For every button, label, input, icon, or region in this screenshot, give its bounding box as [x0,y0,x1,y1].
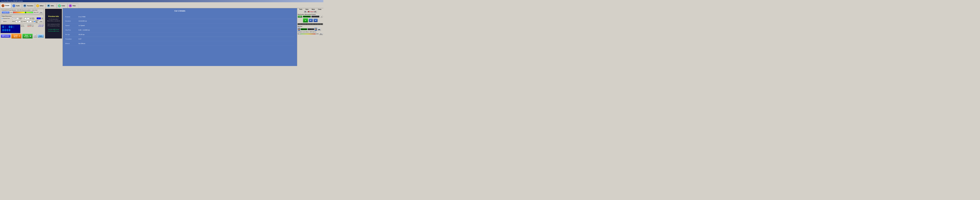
clippos-label: Clip Pos [65,29,79,31]
tool-btn-4[interactable] [314,11,317,13]
svg-rect-3 [305,12,306,12]
timer-display: 0: 00: 0000 [1,24,21,33]
transport-row: ▶ ⏮ ⏭ [298,18,323,22]
tool-btn-1[interactable] [304,11,307,13]
window-title: Create New Movie from FMV6.INI Collectio… [1,0,23,2]
trim-forward-button[interactable]: ⏩ [315,28,317,31]
camera-button[interactable]: 📷 [318,27,321,31]
clip-position-label: Clip Position \ Mousewheel Control [298,14,323,15]
autocut-label: AutoCut [313,31,316,32]
height-down-button[interactable]: ▼ [32,22,33,22]
tab-stills-label: Stills [51,5,54,6]
audio-level-label: Clip Audio Level in Movie - 100% [298,31,312,32]
trim-filmstrip-left[interactable] [301,28,307,30]
prefs-button[interactable]: Prefs [298,16,302,18]
height-input[interactable] [27,21,32,22]
preview-info-title: Preview Info [48,15,59,17]
preview-line5: Transitions ARE shown [47,29,60,30]
custom-label: Custom [3,21,6,22]
dur-value: 00:00:0.000 [38,24,44,26]
tab-transition-label: Transition [27,5,33,6]
vid-tot-label: Vid Tot [21,24,27,26]
position-filmstrip-left[interactable] [303,16,311,17]
trim-filmstrip-right[interactable] [307,28,314,30]
standard-sizes-radio[interactable]: Standard Sizes [2,18,12,19]
tool-btn-3[interactable]: AB=CD [310,11,313,13]
tab-effect[interactable]: ✨ Effect [35,3,46,8]
svg-rect-8 [315,11,316,11]
frames-value: 0 to 27990 [79,16,86,17]
tab-stills[interactable]: 🖼 Stills [46,3,57,8]
tools-label: Tools [299,9,302,10]
rem-value: 00:00:0.000 [38,26,43,27]
tab-transition[interactable]: 🎞 Transition [22,3,35,8]
duration-value: 1119,000 (s) [79,20,87,22]
aud-tot-label: Aud Tot [21,26,27,27]
next-icon: ⏭ [315,20,316,21]
width-input[interactable] [16,21,21,22]
create-movie-icon: ⚙ [19,35,20,37]
create-movie-label: Create Movie [13,35,18,38]
effects-label: Effects [65,43,79,44]
svg-rect-1 [305,11,306,11]
cpu-slider[interactable] [25,12,26,13]
standard-sizes-label: Standard Sizes [3,18,10,19]
cpu-opt-button[interactable]: Opt [39,11,43,14]
output-section-title: Output Dimensions [2,16,43,17]
tab-audio-label: Audio [16,5,20,6]
trim-back-button[interactable]: ⏪ [298,28,301,31]
right-panel: Tools Voice Name Comp [297,8,323,66]
svg-rect-2 [304,12,305,12]
filmstrip-progress[interactable] [298,23,323,25]
frame-rate-input[interactable] [24,17,29,19]
transition-value: CUT [79,38,81,40]
color-tab-icon: 🎨 [58,4,61,7]
tab-audio[interactable]: 🎵 Audio [11,3,22,8]
pct-label: 400% [316,33,319,35]
render-from-ram-checkbox[interactable]: Render from RAM [34,20,38,23]
width-down-button[interactable]: ▼ [21,22,22,22]
save-project-button[interactable]: Save Project 💾 [22,34,33,38]
next-button[interactable]: ⏭ [313,19,318,22]
transition-label: Transition [65,38,79,40]
tab-titler[interactable]: A Titler [68,3,79,8]
height-label: Height [23,21,26,22]
color-depth-down-button[interactable]: ▼ [41,19,43,19]
tab-color[interactable]: 🎨 Color [57,3,68,8]
custom-radio[interactable]: Custom [2,21,12,22]
cut-detail-row-frames: Frames 0 to 27990 [65,14,294,19]
play-button[interactable]: ▶ [303,18,308,22]
cut-details-panel: Cut 1 Details Frames 0 to 27990 Duration… [63,8,297,66]
svg-rect-5 [308,11,308,12]
config-cpu-button[interactable]: Config CPU [2,11,10,14]
effects-value: No Effects [79,43,85,44]
help-button[interactable]: ? [33,34,37,38]
auto-button[interactable]: Auto [319,33,323,35]
preview-button[interactable]: 📽 Preview [1,35,11,38]
tab-create[interactable]: 🎬 Create [0,3,11,8]
tool-btn-2[interactable] [307,11,310,13]
tab-bar: 🎬 Create 🎵 Audio 🎞 Transition ✨ Effect 🖼… [0,2,323,8]
cpu-bar[interactable] [13,11,33,13]
tab-create-label: Create [5,5,9,6]
clippos-value: 0,00 - 111960 (s) [79,29,90,31]
name-label: Name [312,9,315,10]
cut-detail-row-transition: Transition CUT [65,37,294,41]
color-depth-label: Color Depth [32,17,36,19]
audio-tab-icon: 🎵 [13,4,16,7]
rem-label: Rem [32,26,38,27]
audio-level-slider[interactable] [300,33,315,35]
srcfps-value: 25,00 fps [79,34,84,35]
prev-button[interactable]: ⏮ [309,19,313,22]
output-opt-button[interactable]: Opt [39,21,43,23]
quit-button[interactable]: Quit [38,35,44,38]
color-depth-input[interactable] [37,17,41,19]
standard-sizes-select[interactable]: 640x480 [12,17,19,19]
preview-line6: Clip Effects ARE shown [47,30,60,32]
position-filmstrip-right[interactable] [312,16,320,17]
duration-label: Duration [65,20,79,22]
create-movie-button[interactable]: Create Movie ⚙ [11,34,22,38]
width-label: Width [12,21,15,22]
cut-detail-row-speed: Speed 1x Speed [65,24,294,28]
frame-rate-down-button[interactable]: ▼ [30,19,31,19]
